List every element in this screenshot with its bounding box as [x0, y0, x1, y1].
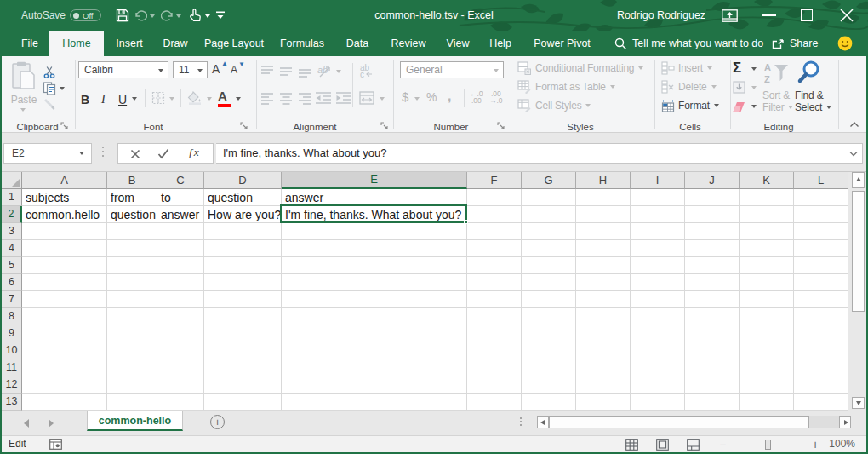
- fill-dropdown-icon[interactable]: [751, 86, 757, 89]
- minimize-icon[interactable]: [762, 14, 776, 16]
- fill-color-icon[interactable]: [187, 91, 203, 105]
- cell-C1[interactable]: to: [157, 189, 203, 206]
- row-header-7[interactable]: 7: [2, 291, 22, 308]
- ribbon-tab-page-layout[interactable]: Page Layout: [197, 31, 271, 56]
- row-header-11[interactable]: 11: [2, 359, 22, 376]
- column-header-E[interactable]: E: [282, 172, 467, 189]
- close-icon[interactable]: [840, 9, 854, 22]
- align-bottom-icon[interactable]: [298, 65, 311, 78]
- clear-dropdown-icon[interactable]: [751, 105, 757, 108]
- column-header-K[interactable]: K: [740, 172, 794, 189]
- copy-dropdown-icon[interactable]: [60, 87, 65, 90]
- format-cells-button[interactable]: Format: [678, 99, 719, 112]
- macro-record-icon[interactable]: [49, 439, 62, 450]
- accounting-format-icon[interactable]: $: [402, 89, 408, 104]
- clear-icon[interactable]: [731, 101, 746, 112]
- merge-center-icon[interactable]: [359, 91, 374, 105]
- column-header-I[interactable]: I: [631, 172, 685, 189]
- font-color-icon[interactable]: A: [218, 89, 227, 103]
- fill-color-dropdown-icon[interactable]: [207, 97, 212, 101]
- share-button[interactable]: Share: [790, 31, 818, 56]
- insert-cells-button[interactable]: Insert: [678, 61, 712, 75]
- autosum-dropdown-icon[interactable]: [751, 67, 757, 71]
- number-format-select[interactable]: General: [400, 61, 504, 78]
- paste-label[interactable]: Paste: [7, 94, 41, 106]
- format-cells-icon[interactable]: [661, 99, 675, 112]
- row-header-6[interactable]: 6: [2, 274, 22, 291]
- tab-strip-grip[interactable]: [520, 417, 522, 419]
- ribbon-tab-review[interactable]: Review: [381, 31, 436, 56]
- increase-indent-icon[interactable]: [335, 91, 352, 105]
- row-header-4[interactable]: 4: [2, 240, 22, 257]
- cell-C2[interactable]: answer: [157, 206, 203, 223]
- align-top-icon[interactable]: [260, 65, 274, 78]
- bold-button[interactable]: B: [81, 93, 89, 106]
- cell-B2[interactable]: question: [107, 206, 157, 223]
- cell-A2[interactable]: common.hello: [22, 206, 106, 223]
- find-select-button-line2[interactable]: Select: [795, 101, 831, 114]
- align-left-icon[interactable]: [260, 91, 274, 105]
- row-header-9[interactable]: 9: [2, 325, 22, 342]
- format-painter-icon[interactable]: [43, 99, 56, 112]
- wrap-text-icon[interactable]: ab c: [359, 63, 376, 78]
- ribbon-tab-insert[interactable]: Insert: [106, 31, 153, 56]
- orientation-dropdown-icon[interactable]: [336, 70, 341, 73]
- zoom-out-icon[interactable]: −: [717, 438, 728, 451]
- align-middle-icon[interactable]: [279, 65, 293, 78]
- zoom-slider-thumb[interactable]: [765, 440, 771, 450]
- scroll-left-button[interactable]: [537, 416, 549, 428]
- feedback-smiley-icon[interactable]: [837, 36, 853, 51]
- scroll-down-button[interactable]: [852, 397, 865, 409]
- align-center-icon[interactable]: [279, 91, 293, 105]
- ribbon-tab-file[interactable]: File: [10, 31, 49, 56]
- percent-style-icon[interactable]: %: [426, 90, 437, 104]
- ribbon-tab-formulas[interactable]: Formulas: [271, 31, 334, 56]
- paste-dropdown-icon[interactable]: [20, 108, 26, 112]
- column-header-A[interactable]: A: [22, 172, 107, 189]
- cell-styles-icon[interactable]: [517, 99, 531, 112]
- align-right-icon[interactable]: [298, 91, 311, 105]
- name-box[interactable]: E2: [3, 143, 92, 164]
- delete-cells-button[interactable]: Delete: [678, 80, 717, 94]
- ribbon-tab-draw[interactable]: Draw: [153, 31, 197, 56]
- horizontal-scrollbar-thumb[interactable]: [549, 416, 809, 428]
- merge-dropdown-icon[interactable]: [380, 97, 385, 101]
- font-size-select[interactable]: 11: [173, 61, 208, 78]
- font-color-dropdown-icon[interactable]: [236, 97, 241, 101]
- increase-decimal-icon[interactable]: ←.0.00: [470, 90, 483, 104]
- collapse-ribbon-icon[interactable]: [849, 121, 859, 128]
- formula-input[interactable]: I'm fine, thanks. What about you?: [216, 143, 863, 164]
- autosum-icon[interactable]: Σ: [733, 60, 741, 77]
- cells-area[interactable]: subjectsfromtoquestionanswercommon.hello…: [22, 189, 848, 411]
- scroll-right-button[interactable]: [839, 416, 851, 428]
- view-page-break-icon[interactable]: [687, 439, 700, 451]
- borders-icon[interactable]: [151, 91, 165, 105]
- accounting-dropdown-icon[interactable]: [414, 97, 420, 101]
- cell-D1[interactable]: question: [204, 189, 281, 206]
- cancel-icon[interactable]: [130, 149, 140, 159]
- decrease-decimal-icon[interactable]: .00→.0: [489, 90, 503, 104]
- delete-cells-icon[interactable]: [661, 80, 675, 94]
- column-header-B[interactable]: B: [107, 172, 157, 189]
- column-header-C[interactable]: C: [157, 172, 204, 189]
- column-header-H[interactable]: H: [576, 172, 631, 189]
- fill-handle[interactable]: [464, 220, 468, 224]
- clipboard-dialog-launcher-icon[interactable]: [60, 122, 69, 130]
- row-header-2[interactable]: 2: [2, 206, 22, 223]
- orientation-icon[interactable]: ab: [317, 63, 332, 78]
- ribbon-tab-power-pivot[interactable]: Power Pivot: [521, 31, 603, 56]
- name-box-dropdown-icon[interactable]: [79, 152, 84, 155]
- sheet-nav-left-icon[interactable]: [24, 419, 29, 428]
- select-all-button[interactable]: [2, 172, 22, 189]
- user-name[interactable]: Rodrigo Rodriguez: [614, 0, 708, 31]
- comma-style-icon[interactable]: ,: [448, 89, 451, 104]
- sort-filter-icon[interactable]: A Z: [764, 61, 790, 85]
- insert-function-icon[interactable]: ƒx: [188, 146, 199, 159]
- paste-icon[interactable]: [11, 61, 37, 94]
- font-name-select[interactable]: Calibri: [78, 61, 168, 78]
- cell-B1[interactable]: from: [107, 189, 157, 206]
- font-dialog-launcher-icon[interactable]: [240, 122, 248, 130]
- sort-filter-button-line2[interactable]: Filter: [762, 101, 793, 114]
- row-header-13[interactable]: 13: [2, 394, 22, 411]
- tell-me-box[interactable]: Tell me what you want to do: [632, 31, 763, 56]
